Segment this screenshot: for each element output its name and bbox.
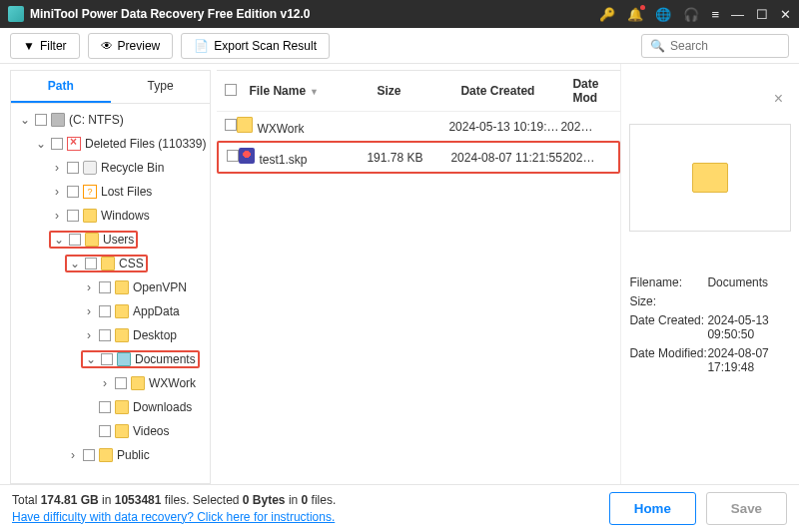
- headset-icon[interactable]: 🎧: [683, 7, 699, 22]
- checkbox[interactable]: [99, 425, 111, 437]
- chevron-down-icon[interactable]: ⌄: [85, 352, 97, 366]
- file-created: 2024-05-13 10:19:…: [448, 120, 560, 134]
- search-box[interactable]: 🔍: [641, 34, 789, 58]
- tree-panel: Path Type ⌄(C: NTFS) ⌄Deleted Files (110…: [10, 70, 211, 484]
- checkbox[interactable]: [69, 234, 81, 246]
- menu-icon[interactable]: ≡: [711, 7, 719, 22]
- deleted-icon: [67, 137, 81, 151]
- select-all-checkbox[interactable]: [225, 84, 237, 96]
- tab-type[interactable]: Type: [111, 71, 211, 103]
- tree-label: WXWork: [149, 376, 196, 390]
- col-created[interactable]: Date Created: [460, 84, 572, 98]
- home-button[interactable]: Home: [609, 492, 696, 525]
- checkbox[interactable]: [85, 258, 97, 269]
- checkbox[interactable]: [115, 377, 127, 389]
- folder-icon: [115, 424, 129, 438]
- tree-lost-files[interactable]: ›?Lost Files: [11, 180, 210, 204]
- checkbox[interactable]: [99, 329, 111, 341]
- chevron-right-icon[interactable]: ›: [51, 185, 63, 199]
- chevron-down-icon[interactable]: ⌄: [69, 257, 81, 270]
- folder-large-icon: [692, 163, 728, 193]
- question-icon: ?: [83, 185, 97, 199]
- chevron-right-icon[interactable]: ›: [67, 448, 79, 462]
- tree-windows[interactable]: ›Windows: [11, 204, 210, 228]
- maximize-icon[interactable]: ☐: [756, 7, 768, 22]
- drive-icon: [51, 113, 65, 127]
- chevron-right-icon[interactable]: ›: [51, 209, 63, 223]
- col-filename[interactable]: File Name▼: [249, 84, 377, 98]
- export-button[interactable]: 📄 Export Scan Result: [181, 33, 330, 59]
- search-input[interactable]: [670, 39, 780, 53]
- chevron-right-icon[interactable]: ›: [99, 376, 111, 390]
- checkbox[interactable]: [51, 138, 63, 150]
- bell-icon[interactable]: 🔔: [627, 7, 643, 22]
- tree-label: Deleted Files (110339): [85, 137, 206, 151]
- checkbox[interactable]: [99, 281, 111, 293]
- chevron-right-icon[interactable]: ›: [83, 328, 95, 342]
- tree-label: Lost Files: [101, 185, 152, 199]
- tree-public[interactable]: ›Public: [11, 443, 210, 467]
- chevron-right-icon[interactable]: ›: [83, 304, 95, 318]
- export-label: Export Scan Result: [214, 39, 317, 53]
- tree-users[interactable]: ⌄Users: [11, 228, 210, 252]
- tree-label: Videos: [133, 424, 169, 438]
- tab-path[interactable]: Path: [11, 71, 111, 103]
- tree-wxwork[interactable]: ›WXWork: [11, 371, 210, 395]
- tree-label: (C: NTFS): [69, 113, 124, 127]
- checkbox[interactable]: [227, 150, 239, 162]
- stats-text: Total 174.81 GB in 1053481 files. Select…: [12, 492, 336, 526]
- tree-label: Downloads: [133, 400, 192, 414]
- folder-icon: [85, 233, 99, 247]
- tree-css[interactable]: ⌄CSS: [11, 252, 210, 275]
- checkbox[interactable]: [67, 186, 79, 198]
- checkbox[interactable]: [67, 210, 79, 222]
- tree-label: CSS: [119, 257, 144, 270]
- folder-icon: [117, 352, 131, 366]
- tree-videos[interactable]: ›Videos: [11, 419, 210, 443]
- tree-label: Recycle Bin: [101, 161, 164, 175]
- checkbox[interactable]: [99, 401, 111, 413]
- detail-size: [707, 294, 791, 308]
- col-modified[interactable]: Date Mod: [572, 77, 612, 105]
- checkbox[interactable]: [35, 114, 47, 126]
- help-link[interactable]: Have difficulty with data recovery? Clic…: [12, 510, 335, 524]
- preview-button[interactable]: 👁 Preview: [88, 33, 174, 59]
- skp-file-icon: [239, 148, 255, 164]
- chevron-down-icon[interactable]: ⌄: [53, 233, 65, 247]
- app-logo-icon: [8, 6, 24, 22]
- tree-downloads[interactable]: ›Downloads: [11, 395, 210, 419]
- checkbox[interactable]: [83, 449, 95, 461]
- file-row[interactable]: WXWork 2024-05-13 10:19:… 202…: [217, 112, 620, 141]
- filter-button[interactable]: ▼ Filter: [10, 33, 80, 59]
- checkbox[interactable]: [99, 305, 111, 317]
- tree-documents[interactable]: ⌄Documents: [11, 347, 210, 371]
- tree-deleted-files[interactable]: ⌄Deleted Files (110339): [11, 132, 210, 156]
- checkbox[interactable]: [67, 162, 79, 174]
- detail-modified: 2024-08-07 17:19:48: [707, 346, 791, 374]
- globe-icon[interactable]: 🌐: [655, 7, 671, 22]
- col-size[interactable]: Size: [377, 84, 460, 98]
- file-row[interactable]: test1.skp 191.78 KB 2024-08-07 11:21:55 …: [217, 141, 620, 174]
- key-icon[interactable]: 🔑: [599, 7, 615, 22]
- close-panel-icon[interactable]: ×: [774, 90, 783, 108]
- chevron-down-icon[interactable]: ⌄: [35, 137, 47, 151]
- close-icon[interactable]: ✕: [780, 7, 791, 22]
- folder-icon: [115, 328, 129, 342]
- tree-label: Desktop: [133, 328, 177, 342]
- folder-icon: [115, 400, 129, 414]
- tree-recycle-bin[interactable]: ›Recycle Bin: [11, 156, 210, 180]
- tree-openvpn[interactable]: ›OpenVPN: [11, 275, 210, 299]
- file-modified: 202…: [560, 120, 600, 134]
- tree[interactable]: ⌄(C: NTFS) ⌄Deleted Files (110339) ›Recy…: [11, 104, 210, 483]
- checkbox[interactable]: [101, 353, 113, 365]
- save-button[interactable]: Save: [706, 492, 787, 525]
- chevron-right-icon[interactable]: ›: [83, 280, 95, 294]
- checkbox[interactable]: [225, 119, 237, 131]
- recycle-bin-icon: [83, 161, 97, 175]
- tree-root[interactable]: ⌄(C: NTFS): [11, 108, 210, 132]
- chevron-down-icon[interactable]: ⌄: [19, 113, 31, 127]
- minimize-icon[interactable]: —: [731, 7, 744, 22]
- chevron-right-icon[interactable]: ›: [51, 161, 63, 175]
- tree-appdata[interactable]: ›AppData: [11, 299, 210, 323]
- tree-desktop[interactable]: ›Desktop: [11, 323, 210, 347]
